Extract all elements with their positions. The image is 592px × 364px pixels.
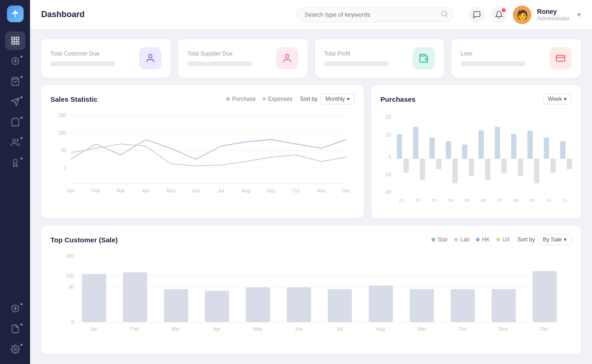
sidebar-item-people[interactable] — [5, 133, 25, 152]
svg-text:05: 05 — [464, 197, 469, 203]
svg-rect-58 — [511, 134, 516, 159]
chat-button[interactable] — [469, 6, 485, 23]
svg-rect-16 — [556, 56, 565, 62]
avatar: 🧑 — [513, 6, 531, 24]
svg-rect-63 — [550, 159, 555, 173]
supplier-icon — [276, 47, 298, 69]
purchases-bar-chart: 20 10 0 10 20 — [381, 111, 572, 208]
svg-rect-86 — [123, 272, 147, 322]
svg-rect-56 — [494, 127, 500, 159]
search-input[interactable] — [296, 7, 454, 22]
stat-card-loss: Loss — [451, 39, 581, 78]
svg-rect-53 — [469, 159, 474, 176]
svg-text:50: 50 — [68, 284, 74, 290]
svg-rect-3 — [12, 42, 14, 44]
svg-text:Nov: Nov — [317, 188, 326, 193]
svg-text:0: 0 — [63, 166, 66, 171]
svg-rect-51 — [452, 159, 457, 183]
svg-text:100: 100 — [58, 130, 67, 136]
svg-text:May: May — [253, 327, 263, 332]
sidebar-item-file[interactable] — [5, 320, 25, 338]
stat-card-label: Loss — [461, 50, 525, 57]
search-icon — [441, 10, 448, 19]
svg-rect-54 — [478, 130, 483, 159]
svg-rect-55 — [485, 159, 490, 180]
svg-rect-48 — [429, 137, 434, 159]
monthly-select[interactable]: Monthly ▾ — [321, 93, 355, 105]
svg-text:Jan: Jan — [67, 188, 74, 193]
top-customer-title: Top Customer (Sale) — [50, 236, 118, 244]
svg-rect-50 — [445, 141, 450, 159]
svg-text:Mar: Mar — [172, 327, 180, 332]
svg-rect-2 — [16, 42, 18, 44]
sidebar-item-dashboard[interactable] — [5, 31, 25, 50]
legend-dot-expenses — [262, 97, 266, 101]
svg-rect-90 — [287, 287, 311, 322]
svg-line-13 — [446, 15, 447, 17]
sort-select: Sort by Monthly ▾ — [300, 93, 355, 105]
sidebar-item-send[interactable] — [5, 93, 25, 111]
week-value: Week — [548, 96, 562, 102]
svg-rect-52 — [462, 145, 467, 159]
svg-text:08: 08 — [513, 197, 518, 203]
sidebar-item-settings[interactable] — [5, 340, 25, 358]
sidebar-item-cart[interactable] — [5, 72, 25, 91]
content-area: Total Customer Due Total Supplier Due — [30, 30, 592, 364]
svg-text:Dec: Dec — [342, 188, 351, 193]
svg-text:50: 50 — [61, 148, 67, 153]
svg-rect-91 — [328, 289, 352, 322]
svg-text:11: 11 — [562, 197, 567, 203]
svg-rect-87 — [164, 289, 188, 322]
user-name: Roney — [537, 8, 570, 15]
by-sale-chevron: ▾ — [564, 236, 567, 243]
svg-text:May: May — [166, 188, 176, 193]
top-customer-sort: Sort by By Sale ▾ — [518, 234, 572, 245]
svg-rect-93 — [410, 289, 434, 322]
svg-text:06: 06 — [481, 197, 486, 203]
legend-label-expenses: Expenses — [268, 96, 293, 102]
svg-text:10: 10 — [385, 132, 391, 137]
notification-button[interactable] — [491, 6, 507, 23]
stat-card-bar — [324, 62, 389, 66]
user-role: Administrator — [537, 15, 570, 22]
top-customer-sort-label: Sort by — [518, 236, 535, 243]
svg-point-11 — [14, 348, 16, 351]
sales-chart-title: Sales Statistic — [50, 95, 98, 103]
legend-hk: HK — [476, 236, 490, 243]
svg-rect-62 — [543, 137, 549, 159]
svg-rect-85 — [82, 274, 106, 322]
sidebar-item-bag[interactable] — [5, 113, 25, 131]
legend-expenses: Expenses — [262, 96, 293, 102]
legend-label-hk: HK — [482, 236, 490, 243]
week-select[interactable]: Week ▾ — [543, 93, 572, 105]
stat-cards: Total Customer Due Total Supplier Due — [41, 39, 581, 78]
legend-label-star: Star — [438, 236, 448, 243]
svg-rect-89 — [246, 287, 270, 322]
svg-rect-57 — [501, 159, 506, 173]
purchases-card: Purchases Week ▾ 20 10 0 10 20 — [371, 85, 581, 218]
legend-dot-star — [432, 238, 435, 241]
svg-text:Apr: Apr — [213, 327, 221, 332]
legend-dot-ux — [496, 238, 500, 241]
sidebar-logo[interactable] — [7, 6, 24, 22]
svg-rect-88 — [205, 291, 229, 322]
by-sale-select[interactable]: By Sale ▾ — [538, 234, 572, 245]
user-info: Roney Administrator — [537, 8, 570, 22]
svg-rect-92 — [369, 285, 393, 322]
sidebar-item-badge[interactable] — [5, 154, 25, 172]
svg-rect-96 — [533, 271, 557, 322]
sidebar-item-finance[interactable] — [5, 52, 25, 70]
svg-rect-1 — [16, 37, 18, 40]
stat-card-supplier-due: Total Supplier Due — [178, 39, 308, 78]
svg-text:Jun: Jun — [192, 188, 200, 193]
svg-point-14 — [148, 55, 152, 58]
main-area: Dashboard 🧑 Roney Administrator ▾ — [30, 0, 592, 364]
sidebar-item-dollar[interactable] — [5, 299, 25, 318]
loss-icon — [549, 47, 572, 69]
chevron-down-icon[interactable]: ▾ — [577, 10, 581, 19]
svg-text:04: 04 — [448, 197, 453, 203]
svg-text:0: 0 — [71, 320, 74, 325]
sales-chart-header: Sales Statistic Purchase Expenses — [50, 93, 355, 105]
legend-star: Star — [432, 236, 448, 243]
svg-text:Aug: Aug — [242, 188, 251, 193]
